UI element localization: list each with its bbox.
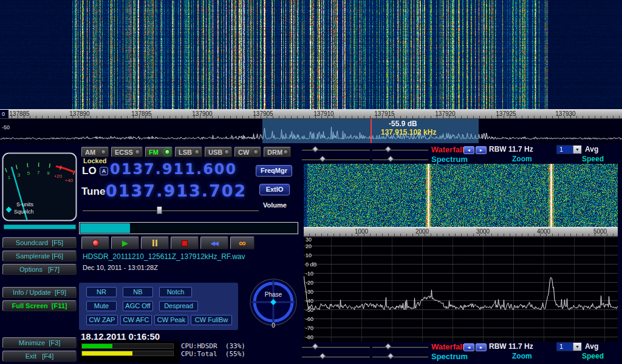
frequency-ruler[interactable]: 0 13788513789013789513790013790513791013… xyxy=(0,109,622,119)
extio-button[interactable]: ExtIO xyxy=(259,184,290,195)
slider-thumb[interactable] xyxy=(319,155,326,162)
lo-auto-badge[interactable]: A xyxy=(100,167,108,175)
tune-frequency-digits[interactable]: 0137.913.702 xyxy=(106,181,247,200)
combo-arrow-icon[interactable]: ▼ xyxy=(573,146,581,153)
mode-cw-button[interactable]: CW xyxy=(234,147,261,157)
display-controls-top: Waterfall ◄ ► RBW 11.7 Hz 1 ▼ Avg Spectr… xyxy=(302,144,622,165)
speed-label: Speed xyxy=(582,155,604,163)
freq-tick-label: 137920 xyxy=(432,110,459,117)
cw-zap-button[interactable]: CW ZAP xyxy=(86,315,118,325)
waterfall-label: Waterfall xyxy=(431,342,464,351)
despread-button[interactable]: Despread xyxy=(159,301,198,311)
spectrum-label: Spectrum xyxy=(431,352,468,361)
hdsdr-window: 0 13788513789013789513790013790513791013… xyxy=(0,0,622,364)
volume-slider-thumb[interactable] xyxy=(157,206,162,214)
freq-tick-label: 137910 xyxy=(310,110,337,117)
s-units-label: S-units xyxy=(16,201,34,207)
db-scale-minus50: -50 xyxy=(2,124,10,130)
squelch-level-bar[interactable] xyxy=(4,224,76,229)
s-meter: 1 3 5 7 9 +20 +40 S-units Squelch xyxy=(2,152,77,221)
play-icon: ▶ xyxy=(122,239,128,247)
phase-dial: Phase 0 xyxy=(247,273,299,332)
slider-thumb[interactable] xyxy=(319,352,326,359)
shift-left-button[interactable]: ◄ xyxy=(463,146,474,154)
rbw-label: RBW 11.7 Hz xyxy=(489,145,533,153)
pause-icon xyxy=(152,240,154,246)
main-spectrum-display[interactable]: -55.9 dB 137.915.102 kHz -50 xyxy=(0,119,622,143)
cw-peak-button[interactable]: CW Peak xyxy=(154,315,188,325)
exit-button[interactable]: Exit [F4] xyxy=(2,351,77,362)
pause-button[interactable] xyxy=(141,237,169,249)
mode-fm-button[interactable]: FM xyxy=(145,147,173,157)
rewind-button[interactable]: ◀◀ xyxy=(200,237,228,249)
meter-scale-label: 3 xyxy=(18,172,21,178)
shift-left-button[interactable]: ◄ xyxy=(463,343,474,351)
slider-thumb[interactable] xyxy=(312,343,318,349)
spectrum-range-slider[interactable] xyxy=(372,157,428,162)
minimize-button[interactable]: Minimize [F3] xyxy=(2,337,77,348)
agc-off-button[interactable]: AGC Off xyxy=(123,301,153,311)
avg-select[interactable]: 1 ▼ xyxy=(556,342,582,351)
spectrum-ref-slider[interactable] xyxy=(302,157,370,162)
loop-button[interactable]: ∞ xyxy=(230,237,255,249)
combo-arrow-icon[interactable]: ▼ xyxy=(573,343,581,351)
slider-thumb[interactable] xyxy=(387,155,394,162)
playback-position-bar[interactable] xyxy=(79,222,298,234)
waterfall-brightness-slider[interactable] xyxy=(302,147,370,152)
spectrum-ref-slider[interactable] xyxy=(302,354,370,359)
mode-usb-button[interactable]: USB xyxy=(205,147,232,157)
cpu-hdsdr-bar-fill xyxy=(82,344,112,348)
meter-scale-label: 9 xyxy=(47,170,50,176)
info-update-button[interactable]: Info / Update [F9] xyxy=(2,287,77,298)
volume-slider[interactable] xyxy=(83,206,259,215)
main-waterfall-display[interactable] xyxy=(0,0,622,109)
avg-select[interactable]: 1 ▼ xyxy=(556,145,582,154)
volume-slider-track[interactable] xyxy=(83,209,259,211)
nr-button[interactable]: NR xyxy=(86,287,117,297)
play-button[interactable]: ▶ xyxy=(111,237,139,249)
waterfall-contrast-slider[interactable] xyxy=(372,344,428,349)
cw-fullbw-button[interactable]: CW FullBw xyxy=(191,315,232,325)
mode-label: LSB xyxy=(179,149,192,156)
phase-value: 0 xyxy=(272,322,275,329)
rbw-label: RBW 11.7 Hz xyxy=(489,342,533,351)
samplerate-button[interactable]: Samplerate [F6] xyxy=(2,251,77,261)
spectrum-range-slider[interactable] xyxy=(372,354,428,359)
mode-ecss-button[interactable]: ECSS xyxy=(111,147,143,157)
audio-frequency-ruler[interactable]: 10002000300040005000 xyxy=(304,227,618,237)
cw-afc-button[interactable]: CW AFC xyxy=(120,315,152,325)
mute-button[interactable]: Mute xyxy=(86,301,117,311)
volume-label: Volume xyxy=(263,201,287,209)
slider-thumb[interactable] xyxy=(387,352,394,359)
freq-tick-label: 137915 xyxy=(371,110,398,117)
freqmgr-button[interactable]: FreqMgr xyxy=(256,165,292,177)
mode-label: USB xyxy=(208,149,222,156)
audio-spectrum-display[interactable] xyxy=(304,237,618,342)
notch-button[interactable]: Notch xyxy=(159,287,192,297)
mode-am-button[interactable]: AM xyxy=(81,147,109,157)
soundcard-button[interactable]: Soundcard [F5] xyxy=(2,237,77,248)
audio-waterfall-display[interactable] xyxy=(304,164,618,227)
record-button[interactable] xyxy=(81,237,109,249)
cpu-hdsdr-text: CPU:HDSDR (33%) xyxy=(181,342,245,350)
cpu-hdsdr-bar xyxy=(81,343,174,349)
waterfall-contrast-slider[interactable] xyxy=(372,147,428,152)
mode-selector: AM ECSS FM LSB USB CW DRM xyxy=(81,147,291,157)
audio-freq-tick-label: 4000 xyxy=(533,228,555,235)
mode-drm-button[interactable]: DRM xyxy=(264,147,291,157)
shift-right-button[interactable]: ► xyxy=(476,146,487,154)
shift-right-button[interactable]: ► xyxy=(476,343,487,351)
lo-frequency-digits[interactable]: 0137.911.600 xyxy=(110,161,237,178)
slider-thumb[interactable] xyxy=(312,146,318,152)
waterfall-brightness-slider[interactable] xyxy=(302,344,370,349)
mode-led xyxy=(135,149,140,155)
fullscreen-button[interactable]: Full Screen [F11] xyxy=(2,300,77,311)
slider-thumb[interactable] xyxy=(384,146,391,152)
slider-thumb[interactable] xyxy=(384,343,391,349)
nb-button[interactable]: NB xyxy=(123,287,153,297)
stop-button[interactable] xyxy=(171,237,199,249)
cursor-db-readout: -55.9 dB xyxy=(389,120,417,128)
mode-lsb-button[interactable]: LSB xyxy=(175,147,202,157)
options-button[interactable]: Options [F7] xyxy=(2,264,77,275)
meter-scale-label: +40 xyxy=(65,178,73,183)
